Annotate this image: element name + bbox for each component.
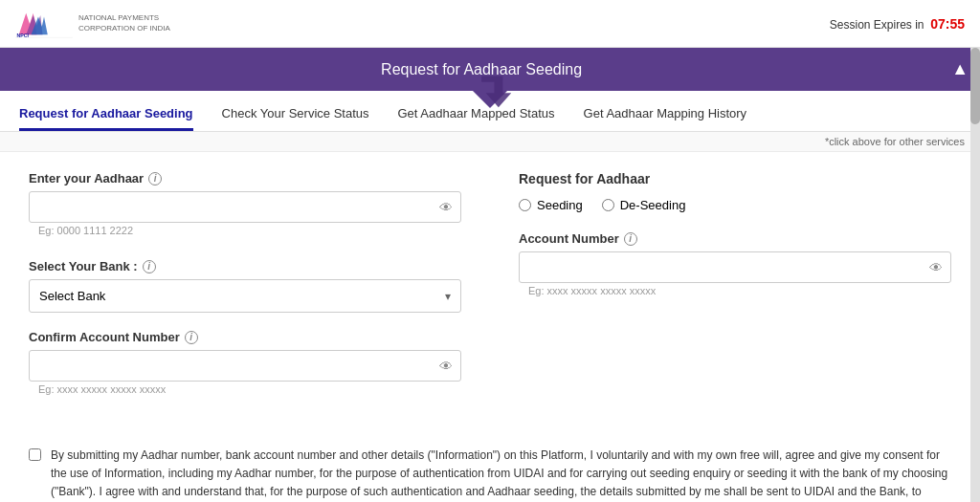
scrollbar-thumb[interactable] bbox=[970, 48, 980, 124]
radio-group: Seeding De-Seeding bbox=[519, 198, 951, 212]
confirm-account-mask-icon[interactable]: 👁 bbox=[439, 359, 453, 374]
request-section-title: Request for Aadhaar bbox=[519, 171, 951, 186]
bank-info-icon[interactable]: i bbox=[143, 260, 156, 273]
right-column: Request for Aadhaar Seeding De-Seeding A… bbox=[500, 171, 951, 418]
npci-tagline: NATIONAL PAYMENTS CORPORATION OF INDIA bbox=[78, 13, 193, 33]
service-note: *click above for other services bbox=[0, 132, 980, 152]
tab-request-seeding[interactable]: Request for Aadhaar Seeding bbox=[19, 100, 193, 131]
confirm-account-info-icon[interactable]: i bbox=[185, 331, 198, 344]
bank-select-wrapper: Select Bank ▾ bbox=[29, 279, 461, 313]
aadhaar-mask-icon[interactable]: 👁 bbox=[439, 200, 453, 215]
npci-logo-svg: NPCI bbox=[15, 7, 73, 41]
account-field-group: Account Number i 👁 Eg: xxxx xxxxx xxxxx … bbox=[519, 231, 951, 302]
collapse-icon[interactable]: ▲ bbox=[951, 59, 969, 79]
deseeding-radio[interactable] bbox=[602, 199, 614, 211]
aadhaar-field-group: Enter your Aadhaar i 👁 Eg: 0000 1111 222… bbox=[29, 171, 461, 242]
consent-text: By submitting my Aadhar number, bank acc… bbox=[51, 447, 951, 502]
account-input-wrapper: 👁 bbox=[519, 251, 951, 283]
aadhaar-info-icon[interactable]: i bbox=[148, 172, 162, 186]
tab-mapping-history[interactable]: Get Aadhaar Mapping History bbox=[584, 100, 747, 131]
account-mask-icon[interactable]: 👁 bbox=[929, 260, 943, 275]
account-label: Account Number i bbox=[519, 231, 951, 246]
npci-logo: NPCI NATIONAL PAYMENTS CORPORATION OF IN… bbox=[15, 7, 193, 41]
seeding-option[interactable]: Seeding bbox=[519, 198, 583, 212]
consent-checkbox[interactable] bbox=[29, 448, 41, 461]
tab-check-service[interactable]: Check Your Service Status bbox=[222, 100, 369, 131]
session-info: Session Expires in 07:55 bbox=[830, 16, 965, 32]
banner-arrow bbox=[473, 91, 507, 108]
confirm-account-field-group: Confirm Account Number i 👁 Eg: xxxx xxxx… bbox=[29, 330, 461, 401]
bank-field-group: Select Your Bank : i Select Bank ▾ bbox=[29, 259, 461, 313]
main-content: Enter your Aadhaar i 👁 Eg: 0000 1111 222… bbox=[0, 152, 980, 437]
session-timer: 07:55 bbox=[930, 16, 965, 32]
top-bar: NPCI NATIONAL PAYMENTS CORPORATION OF IN… bbox=[0, 0, 980, 48]
left-column: Enter your Aadhaar i 👁 Eg: 0000 1111 222… bbox=[29, 171, 461, 418]
aadhaar-placeholder: Eg: 0000 1111 2222 bbox=[29, 223, 461, 242]
deseeding-option[interactable]: De-Seeding bbox=[602, 198, 686, 212]
account-info-icon[interactable]: i bbox=[624, 232, 637, 246]
page-banner: Request for Aadhaar Seeding ▲ bbox=[0, 48, 980, 91]
confirm-account-placeholder: Eg: xxxx xxxxx xxxxx xxxxx bbox=[29, 382, 461, 401]
bank-select[interactable]: Select Bank bbox=[30, 280, 460, 312]
aadhaar-input-wrapper: 👁 bbox=[29, 191, 461, 223]
consent-section: By submitting my Aadhar number, bank acc… bbox=[0, 437, 980, 502]
seeding-radio[interactable] bbox=[519, 199, 531, 211]
scrollbar[interactable] bbox=[970, 48, 980, 502]
request-type-group: Request for Aadhaar Seeding De-Seeding bbox=[519, 171, 951, 212]
account-input[interactable] bbox=[520, 252, 950, 282]
banner-title: Request for Aadhaar Seeding bbox=[11, 61, 951, 78]
aadhaar-input[interactable] bbox=[30, 192, 460, 222]
aadhaar-label: Enter your Aadhaar i bbox=[29, 171, 461, 186]
confirm-account-label: Confirm Account Number i bbox=[29, 330, 461, 344]
bank-label: Select Your Bank : i bbox=[29, 259, 461, 273]
confirm-account-input[interactable] bbox=[30, 351, 460, 381]
account-placeholder: Eg: xxxx xxxxx xxxxx xxxxx bbox=[519, 283, 951, 302]
svg-text:NPCI: NPCI bbox=[17, 32, 30, 37]
confirm-account-input-wrapper: 👁 bbox=[29, 350, 461, 382]
